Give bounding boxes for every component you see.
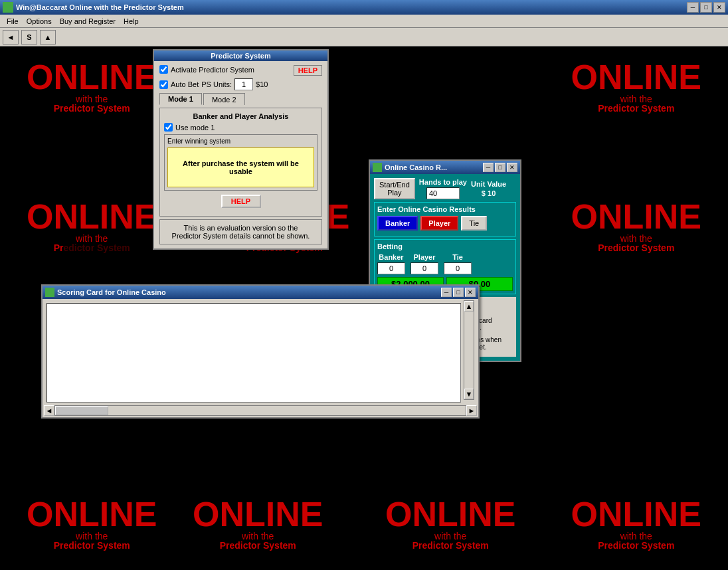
eval-text: This is an evaluation version so thePred… (172, 224, 310, 240)
betting-player-col: Player (410, 253, 438, 274)
betting-title: Betting (377, 242, 513, 250)
scoring-minimize-btn[interactable]: ─ (441, 288, 452, 297)
betting-player-input[interactable] (410, 262, 438, 274)
scroll-left-btn[interactable]: ◄ (44, 405, 54, 416)
scoring-maximize-btn[interactable]: □ (453, 288, 464, 297)
betting-banker-input[interactable] (377, 262, 405, 274)
tab-mode2[interactable]: Mode 2 (203, 93, 245, 105)
help-top-button[interactable]: HELP (294, 65, 322, 76)
scoring-icon (45, 288, 54, 297)
results-buttons: Banker Player Tie (377, 216, 513, 231)
scoring-content: ▲ ▼ ◄ ► (44, 300, 477, 416)
casino-title-bar: Online Casino R... ─ □ ✕ (370, 161, 520, 174)
betting-tie-col: Tie (444, 253, 472, 274)
enter-results-title: Enter Online Casino Results (377, 205, 513, 213)
betting-columns: Banker Player Tie (377, 253, 513, 274)
window-controls: ─ □ ✕ (687, 2, 725, 13)
unit-col: Unit Value $ 10 (471, 180, 506, 197)
minimize-button[interactable]: ─ (687, 2, 699, 13)
betting-tie-input[interactable] (444, 262, 472, 274)
analysis-title: Banker and Player Analysis (164, 112, 318, 120)
bg-text-tl: ONLINE with the Predictor System (27, 60, 157, 113)
scroll-right-btn[interactable]: ► (466, 405, 477, 416)
ps-units-input[interactable] (234, 78, 253, 90)
tab-mode1[interactable]: Mode 1 (159, 93, 202, 105)
start-end-row: Start/EndPlay Hands to play Unit Value $… (374, 178, 516, 199)
enter-winning-legend: Enter winning system (167, 138, 314, 145)
use-mode1-row: Use mode 1 (164, 123, 318, 132)
purchase-notice: After purchase the system will be usable (167, 147, 314, 187)
ps-units-label: PS Units: (201, 80, 232, 88)
up-button[interactable]: ▲ (40, 30, 56, 45)
scoring-scrollbar-v[interactable]: ▲ ▼ (464, 300, 474, 400)
hands-col: Hands to play (419, 178, 467, 199)
scoring-hscroll-row: ◄ ► (44, 405, 477, 416)
bg-text-mr: ONLINE with the Predictor System (571, 199, 701, 252)
activate-row: Activate Predictor System (159, 65, 254, 74)
back-button[interactable]: ◄ (3, 30, 19, 45)
app-icon (3, 2, 13, 13)
casino-title: Online Casino R... (385, 163, 447, 171)
activate-checkbox[interactable] (159, 65, 168, 74)
activate-label: Activate Predictor System (171, 66, 254, 74)
bg-text-bm: ONLINE with the Predictor System (193, 497, 323, 550)
scroll-down-btn[interactable]: ▼ (464, 389, 474, 399)
tab-row: Mode 1 Mode 2 (159, 93, 322, 105)
s-button[interactable]: S (21, 30, 37, 45)
bg-text-ml: ONLINE with the Predictor System (27, 199, 157, 252)
tie-button[interactable]: Tie (461, 216, 487, 231)
bg-text-tr: ONLINE with the Predictor System (571, 60, 701, 113)
autobet-row: Auto Bet PS Units: $10 (159, 78, 322, 90)
player-button[interactable]: Player (420, 216, 458, 231)
casino-close-btn[interactable]: ✕ (507, 163, 517, 172)
scoring-win-btns: ─ □ ✕ (441, 288, 476, 297)
menu-file[interactable]: File (3, 17, 23, 26)
scoring-title-bar: Scoring Card for Online Casino ─ □ ✕ (43, 286, 478, 299)
help-center-button[interactable]: HELP (221, 195, 261, 208)
casino-win-btns: ─ □ ✕ (483, 163, 517, 172)
menu-options[interactable]: Options (23, 17, 56, 26)
scroll-up-btn[interactable]: ▲ (464, 301, 474, 312)
menu-bar: File Options Buy and Register Help (0, 15, 728, 28)
toolbar: ◄ S ▲ (0, 28, 728, 47)
window-title: Win@Baccarat Online with the Predictor S… (16, 3, 184, 11)
h-scrollbar-track[interactable] (54, 405, 466, 416)
menu-buy[interactable]: Buy and Register (56, 17, 120, 26)
banker-button[interactable]: Banker (377, 216, 418, 231)
hands-input[interactable] (426, 187, 460, 199)
main-area: ONLINE with the Predictor System ONLINE … (0, 47, 728, 570)
enter-winning-box: Enter winning system After purchase the … (164, 134, 318, 191)
unit-label: Unit Value (471, 180, 506, 188)
maximize-button[interactable]: □ (700, 2, 712, 13)
title-bar: Win@Baccarat Online with the Predictor S… (0, 0, 728, 15)
casino-title-text: Online Casino R... (373, 163, 447, 172)
close-button[interactable]: ✕ (713, 2, 725, 13)
tab-content: Banker and Player Analysis Use mode 1 En… (159, 108, 322, 217)
betting-tie-label: Tie (452, 253, 463, 261)
use-mode1-checkbox[interactable] (164, 123, 173, 132)
enter-results-section: Enter Online Casino Results Banker Playe… (374, 202, 516, 237)
scoring-title-text: Scoring Card for Online Casino (45, 288, 166, 297)
hands-label: Hands to play (419, 178, 467, 186)
start-end-button[interactable]: Start/EndPlay (374, 178, 415, 199)
ps-dollar: $10 (256, 80, 268, 88)
autobet-label: Auto Bet (171, 80, 199, 88)
betting-banker-col: Banker (377, 253, 405, 274)
scoring-title: Scoring Card for Online Casino (57, 288, 166, 296)
scoring-close-btn[interactable]: ✕ (465, 288, 476, 297)
use-mode1-label: Use mode 1 (175, 124, 215, 132)
scoring-dialog: Scoring Card for Online Casino ─ □ ✕ ▲ ▼… (41, 284, 480, 419)
h-scroll-thumb (55, 406, 108, 415)
menu-help[interactable]: Help (120, 17, 143, 26)
casino-icon (373, 163, 382, 172)
betting-banker-label: Banker (379, 253, 403, 261)
predictor-dialog: Predictor System Activate Predictor Syst… (153, 49, 329, 250)
predictor-title: Predictor System (154, 50, 327, 61)
scoring-textarea (46, 303, 461, 403)
casino-maximize-btn[interactable]: □ (495, 163, 505, 172)
scoring-main: ▲ ▼ (44, 300, 477, 405)
bg-text-bmm: ONLINE with the Predictor System (385, 497, 515, 550)
bg-text-bl: ONLINE with the Predictor System (27, 497, 157, 550)
casino-minimize-btn[interactable]: ─ (483, 163, 494, 172)
autobet-checkbox[interactable] (159, 80, 168, 89)
